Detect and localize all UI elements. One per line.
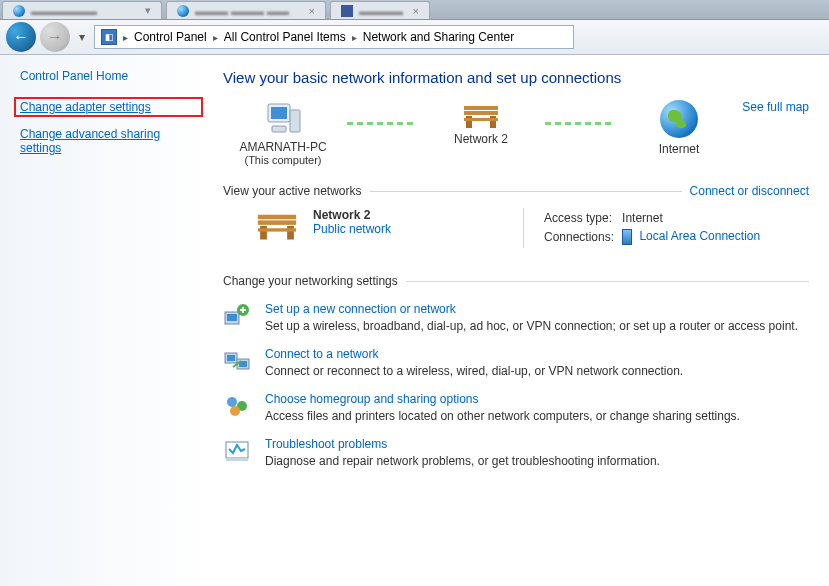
troubleshoot-icon <box>223 437 251 465</box>
map-node-network: Network 2 <box>421 100 541 146</box>
chevron-right-icon: ▸ <box>123 32 128 43</box>
setup-connection-icon <box>223 302 251 330</box>
sidebar-link-home[interactable]: Control Panel Home <box>20 69 197 83</box>
task-desc: Diagnose and repair network problems, or… <box>265 454 660 468</box>
section-header-active: View your active networks Connect or dis… <box>223 184 809 198</box>
tab-close-icon[interactable]: ▾ <box>145 4 151 17</box>
map-node-computer: AMARNATH-PC (This computer) <box>223 100 343 166</box>
divider <box>406 281 809 282</box>
map-node-sublabel: (This computer) <box>244 154 321 166</box>
svg-rect-10 <box>258 220 296 225</box>
map-node-label: Network 2 <box>454 132 508 146</box>
connect-network-icon <box>223 347 251 375</box>
browser-tab[interactable]: ▬▬▬▬ × <box>330 1 430 19</box>
svg-point-23 <box>230 406 240 416</box>
svg-rect-15 <box>227 314 237 321</box>
task-title-link[interactable]: Connect to a network <box>265 347 683 361</box>
svg-point-21 <box>227 397 237 407</box>
sidebar: Control Panel Home Change adapter settin… <box>0 55 207 586</box>
tab-label: ▬▬▬▬▬▬ <box>31 5 97 17</box>
task-desc: Connect or reconnect to a wireless, wire… <box>265 364 683 378</box>
forward-button[interactable]: → <box>40 22 70 52</box>
nic-icon <box>622 229 632 245</box>
arrow-right-icon: → <box>47 28 63 46</box>
svg-rect-3 <box>272 126 286 132</box>
task-list: Set up a new connection or network Set u… <box>223 302 809 468</box>
svg-rect-11 <box>260 226 267 240</box>
tab-close-icon[interactable]: × <box>413 5 419 17</box>
svg-rect-13 <box>258 228 296 231</box>
arrow-left-icon: ← <box>13 28 29 46</box>
active-network-row: Network 2 Public network Access type: In… <box>223 208 809 248</box>
browser-tab-strip: ▬▬▬▬▬▬ ▾ ▬▬▬ ▬▬▬ ▬▬ × ▬▬▬▬ × <box>0 0 829 20</box>
task-item: Set up a new connection or network Set u… <box>223 302 809 333</box>
homegroup-icon <box>223 392 251 420</box>
nav-history-dropdown[interactable]: ▾ <box>74 22 90 52</box>
sidebar-link-change-adapter[interactable]: Change adapter settings <box>20 100 197 114</box>
svg-rect-7 <box>490 116 496 128</box>
active-network-name: Network 2 <box>313 208 391 222</box>
active-network-type-link[interactable]: Public network <box>313 222 391 236</box>
computer-icon <box>262 100 304 140</box>
section-header-label: View your active networks <box>223 184 362 198</box>
sidebar-link-change-advanced[interactable]: Change advanced sharing settings <box>20 127 197 155</box>
map-node-internet: Internet <box>619 100 739 156</box>
task-desc: Set up a wireless, broadband, dial-up, a… <box>265 319 798 333</box>
svg-rect-2 <box>290 110 300 132</box>
section-header-label: Change your networking settings <box>223 274 398 288</box>
map-node-label: AMARNATH-PC <box>239 140 326 154</box>
svg-rect-1 <box>271 107 287 119</box>
svg-rect-8 <box>464 118 498 121</box>
access-type-value: Internet <box>622 210 766 226</box>
task-title-link[interactable]: Troubleshoot problems <box>265 437 660 451</box>
task-title-link[interactable]: Set up a new connection or network <box>265 302 798 316</box>
task-title-link[interactable]: Choose homegroup and sharing options <box>265 392 740 406</box>
tab-label: ▬▬▬ ▬▬▬ ▬▬ <box>195 5 289 17</box>
svg-rect-6 <box>466 116 472 128</box>
svg-rect-5 <box>464 111 498 115</box>
task-item: Choose homegroup and sharing options Acc… <box>223 392 809 423</box>
browser-tab[interactable]: ▬▬▬▬▬▬ ▾ <box>2 1 162 19</box>
bench-icon <box>253 208 301 244</box>
browser-tab[interactable]: ▬▬▬ ▬▬▬ ▬▬ × <box>166 1 326 19</box>
tab-close-icon[interactable]: × <box>309 5 315 17</box>
content-pane: View your basic network information and … <box>207 55 829 586</box>
tab-label: ▬▬▬▬ <box>359 5 403 17</box>
see-full-map-link[interactable]: See full map <box>742 100 809 114</box>
highlighted-link-box: Change adapter settings <box>14 97 203 117</box>
connections-label: Connections: <box>544 228 620 246</box>
breadcrumb-item[interactable]: Network and Sharing Center <box>363 30 514 44</box>
task-desc: Access files and printers located on oth… <box>265 409 740 423</box>
map-connector <box>545 122 615 125</box>
globe-icon <box>660 100 698 138</box>
svg-rect-4 <box>464 106 498 110</box>
tab-favicon-icon <box>13 5 25 17</box>
page-title: View your basic network information and … <box>223 69 809 86</box>
tab-favicon-icon <box>177 5 189 17</box>
chevron-right-icon: ▸ <box>213 32 218 43</box>
svg-rect-18 <box>227 355 235 361</box>
control-panel-icon: ◧ <box>101 29 117 45</box>
task-item: Troubleshoot problems Diagnose and repai… <box>223 437 809 468</box>
tab-favicon-icon <box>341 5 353 17</box>
network-map: AMARNATH-PC (This computer) Network 2 In… <box>223 100 809 166</box>
connect-disconnect-link[interactable]: Connect or disconnect <box>690 184 809 198</box>
access-type-label: Access type: <box>544 210 620 226</box>
breadcrumb-item[interactable]: All Control Panel Items <box>224 30 346 44</box>
svg-rect-9 <box>258 215 296 220</box>
svg-rect-25 <box>226 458 248 461</box>
breadcrumb[interactable]: ◧ ▸ Control Panel ▸ All Control Panel It… <box>94 25 574 49</box>
section-header-change: Change your networking settings <box>223 274 809 288</box>
task-item: Connect to a network Connect or reconnec… <box>223 347 809 378</box>
connection-link[interactable]: Local Area Connection <box>639 229 760 243</box>
divider <box>370 191 682 192</box>
active-network-details: Access type: Internet Connections: Local… <box>523 208 768 248</box>
chevron-right-icon: ▸ <box>352 32 357 43</box>
back-button[interactable]: ← <box>6 22 36 52</box>
address-bar: ← → ▾ ◧ ▸ Control Panel ▸ All Control Pa… <box>0 20 829 55</box>
svg-rect-12 <box>287 226 294 240</box>
breadcrumb-item[interactable]: Control Panel <box>134 30 207 44</box>
map-connector <box>347 122 417 125</box>
map-node-label: Internet <box>659 142 700 156</box>
bench-icon <box>460 100 502 132</box>
